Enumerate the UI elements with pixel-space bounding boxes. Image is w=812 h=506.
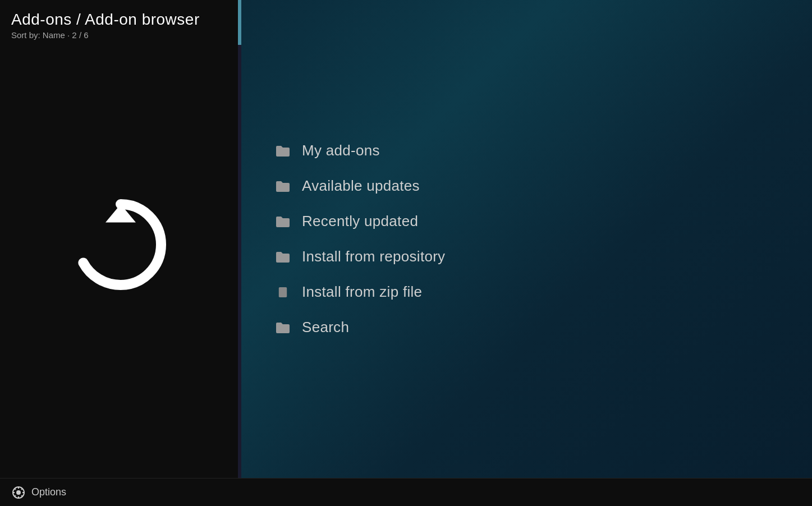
svg-line-7 bbox=[21, 495, 22, 496]
menu-item-install-from-zip[interactable]: Install from zip file bbox=[264, 274, 456, 310]
svg-line-6 bbox=[15, 488, 16, 489]
options-label: Options bbox=[31, 486, 66, 498]
bottom-bar: Options bbox=[0, 478, 812, 506]
folder-icon-3 bbox=[275, 214, 291, 229]
folder-icon-5 bbox=[275, 320, 291, 335]
options-icon bbox=[11, 485, 26, 500]
refresh-icon bbox=[65, 188, 177, 301]
menu-item-label-search: Search bbox=[302, 319, 349, 336]
options-button[interactable]: Options bbox=[11, 485, 66, 500]
menu-item-search[interactable]: Search bbox=[264, 310, 456, 345]
menu-item-label-my-addons: My add-ons bbox=[302, 142, 380, 159]
folder-icon-4 bbox=[275, 249, 291, 265]
menu-item-recently-updated[interactable]: Recently updated bbox=[264, 204, 456, 239]
menu-item-label-available-updates: Available updates bbox=[302, 177, 420, 195]
menu-item-install-from-repository[interactable]: Install from repository bbox=[264, 239, 456, 274]
svg-rect-0 bbox=[279, 287, 287, 297]
svg-line-8 bbox=[21, 488, 22, 489]
menu-item-label-recently-updated: Recently updated bbox=[302, 213, 418, 230]
breadcrumb-title: Add-ons / Add-on browser bbox=[11, 10, 200, 29]
menu-item-label-install-from-zip: Install from zip file bbox=[302, 283, 422, 301]
svg-line-9 bbox=[15, 495, 16, 496]
menu-list: My add-ons Available updates bbox=[264, 133, 456, 345]
menu-item-available-updates[interactable]: Available updates bbox=[264, 168, 456, 204]
folder-icon-2 bbox=[275, 178, 291, 194]
file-icon bbox=[275, 284, 291, 300]
svg-point-10 bbox=[17, 491, 20, 494]
sort-info: Sort by: Name · 2 / 6 bbox=[11, 30, 200, 40]
folder-icon bbox=[275, 143, 291, 159]
menu-item-my-addons[interactable]: My add-ons bbox=[264, 133, 456, 168]
menu-item-label-install-from-repository: Install from repository bbox=[302, 248, 445, 265]
